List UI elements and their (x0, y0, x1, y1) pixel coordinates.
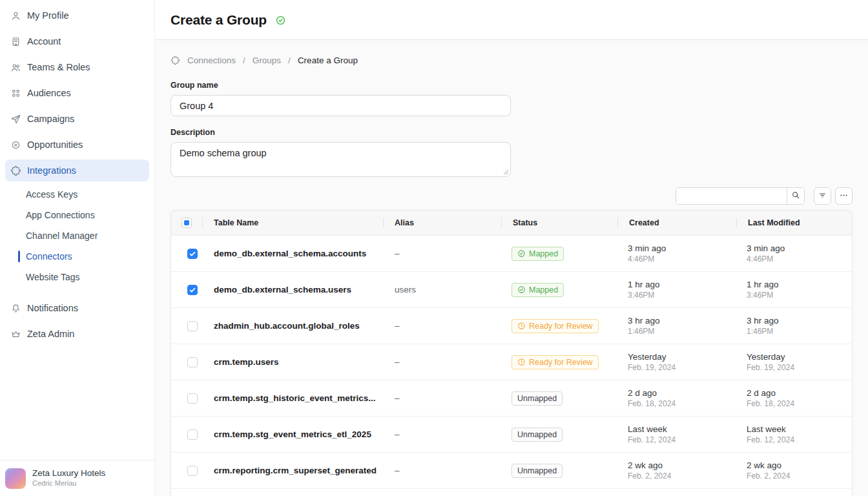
modified-cell: 1 hr ago3:46PM (736, 280, 852, 300)
column-header-table-name[interactable]: Table Name (202, 211, 383, 235)
breadcrumb-current: Create a Group (298, 56, 358, 65)
sidebar-item-label: Campaigns (27, 114, 74, 124)
column-header-last-modified[interactable]: Last Modified (736, 211, 852, 235)
sidebar-item-teams-roles[interactable]: Teams & Roles (0, 54, 154, 80)
status-badge: Mapped (512, 247, 564, 261)
breadcrumb-separator: / (243, 56, 245, 65)
row-checkbox-cell (171, 321, 202, 331)
row-checkbox[interactable] (187, 466, 198, 476)
breadcrumb-connections[interactable]: Connections (187, 56, 236, 65)
status-cell: Mapped (501, 247, 617, 261)
row-checkbox-cell (171, 357, 202, 367)
row-checkbox[interactable] (187, 285, 198, 295)
puzzle-icon (10, 165, 21, 176)
row-checkbox[interactable] (187, 357, 198, 367)
table-row[interactable]: demo_db.external_schema.usersusersMapped… (171, 271, 852, 307)
org-switcher[interactable]: Zeta Luxury Hotels Cedric Meriau (0, 460, 154, 496)
created-relative-time: Last week (628, 424, 736, 434)
sidebar-item-website-tags[interactable]: Website Tags (0, 267, 154, 287)
check-circle-icon (517, 285, 526, 294)
created-relative-time: 2 wk ago (628, 460, 736, 470)
modified-absolute-time: 3:46PM (747, 291, 852, 300)
breadcrumb-groups[interactable]: Groups (253, 56, 281, 65)
status-badge: Unmapped (512, 391, 563, 406)
created-cell: 3 hr ago1:46PM (617, 316, 736, 336)
alias-cell: – (383, 249, 501, 258)
status-badge: Unmapped (512, 464, 563, 478)
search-input[interactable] (676, 188, 787, 204)
modified-relative-time: Yesterday (747, 352, 852, 362)
more-options-button[interactable] (835, 187, 852, 205)
created-cell: 2 d agoFeb. 18, 2024 (617, 388, 736, 408)
modified-cell: Last weekFeb. 12, 2024 (736, 424, 852, 444)
status-label: Unmapped (517, 466, 557, 475)
table-row[interactable]: crm.temp.stg_event_metrics_etl_2025–Unma… (171, 416, 852, 452)
sidebar-item-my-profile[interactable]: My Profile (0, 3, 154, 28)
sidebar-item-label: Zeta Admin (27, 329, 74, 339)
row-checkbox[interactable] (187, 429, 198, 440)
description-label: Description (170, 128, 852, 137)
column-header-status[interactable]: Status (501, 211, 617, 235)
alias-cell: users (383, 285, 501, 294)
status-label: Mapped (529, 285, 558, 294)
modified-cell: YesterdayFeb. 19, 2024 (736, 352, 852, 372)
column-header-created[interactable]: Created (617, 211, 736, 235)
sidebar-item-label: Connectors (26, 251, 72, 262)
modified-relative-time: 3 hr ago (747, 316, 852, 326)
modified-relative-time: Last week (747, 424, 852, 434)
audience-grid-icon (10, 88, 21, 99)
sidebar-item-zeta-admin[interactable]: Zeta Admin (0, 321, 154, 347)
row-checkbox[interactable] (187, 249, 198, 259)
puzzle-icon (170, 56, 180, 65)
group-name-input[interactable] (170, 95, 511, 116)
sidebar-item-app-connections[interactable]: App Connections (0, 205, 154, 225)
search-button[interactable] (787, 188, 804, 204)
column-header-alias[interactable]: Alias (383, 211, 501, 235)
alias-cell: – (383, 321, 501, 331)
sidebar-item-integrations[interactable]: Integrations (5, 160, 149, 181)
table-name-cell: crm.temp.stg_event_metrics_etl_2025 (202, 429, 383, 439)
created-relative-time: 3 min ago (628, 243, 736, 253)
description-textarea[interactable]: Demo schema group (170, 142, 511, 177)
page-header: Create a Group (155, 0, 868, 40)
status-cell: Unmapped (501, 428, 617, 442)
modified-cell: 2 d agoFeb. 18, 2024 (736, 388, 852, 408)
row-checkbox-cell (171, 466, 202, 476)
created-absolute-time: Feb. 19, 2024 (628, 363, 736, 372)
page-content: Connections / Groups / Create a Group Gr… (155, 40, 868, 496)
sidebar-item-audiences[interactable]: Audiences (0, 80, 154, 106)
table-row[interactable]: demo_db.external_schema.accounts–Mapped3… (171, 235, 852, 271)
ellipsis-icon (839, 191, 849, 202)
sidebar-item-opportunities[interactable]: Opportunities (0, 132, 154, 158)
filter-button[interactable] (814, 187, 831, 205)
table-row[interactable]: crm.reporting.crm_superset_generated–Unm… (171, 452, 852, 488)
clock-icon (517, 358, 526, 366)
select-all-checkbox[interactable] (181, 218, 192, 228)
sidebar-item-channel-manager[interactable]: Channel Manager (0, 225, 154, 246)
status-cell: Ready for Review (501, 355, 617, 369)
sidebar-item-label: Notifications (27, 303, 78, 313)
created-cell: 3 min ago4:46PM (617, 243, 736, 264)
created-absolute-time: Feb. 18, 2024 (628, 399, 736, 408)
sidebar-item-label: Account (27, 36, 61, 46)
status-label: Ready for Review (529, 358, 593, 367)
sidebar-item-account[interactable]: Account (0, 28, 154, 54)
sidebar: My Profile Account Teams & Roles Audienc… (0, 0, 155, 496)
check-circle-icon (517, 249, 526, 258)
table-row[interactable]: crm.temp.stg_historic_event_metrics...–U… (171, 380, 852, 416)
main-area: Create a Group Connections / Groups / Cr… (155, 0, 868, 496)
alias-cell: – (383, 429, 501, 439)
sidebar-item-access-keys[interactable]: Access Keys (0, 184, 154, 205)
created-absolute-time: 3:46PM (628, 291, 736, 300)
table-row[interactable]: zhadmin_hub.account.global_roles–Ready f… (171, 307, 852, 344)
row-checkbox-cell (171, 393, 202, 404)
sidebar-item-notifications[interactable]: Notifications (0, 295, 154, 321)
row-checkbox[interactable] (187, 393, 198, 404)
sidebar-item-connectors[interactable]: Connectors (0, 246, 154, 267)
table-row[interactable]: crm.temp.users–Ready for ReviewYesterday… (171, 344, 852, 380)
sidebar-item-campaigns[interactable]: Campaigns (0, 106, 154, 132)
alias-cell: – (383, 466, 501, 475)
row-checkbox[interactable] (187, 321, 198, 331)
status-cell: Unmapped (501, 464, 617, 478)
users-icon (10, 62, 21, 73)
